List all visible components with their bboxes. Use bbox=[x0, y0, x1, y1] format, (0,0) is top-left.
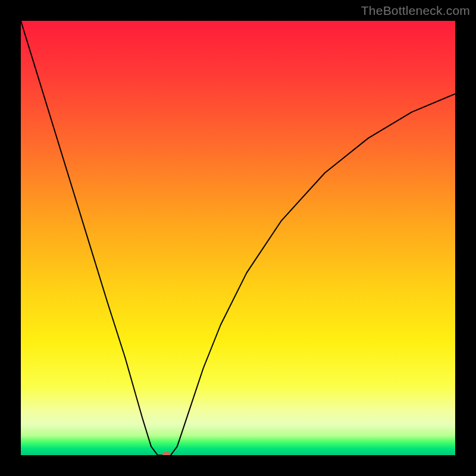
plot-area bbox=[21, 21, 455, 455]
bottleneck-curve bbox=[21, 21, 455, 455]
curve-path bbox=[21, 21, 455, 455]
chart-container: TheBottleneck.com bbox=[0, 0, 476, 476]
marker-dot bbox=[162, 452, 171, 455]
watermark-text: TheBottleneck.com bbox=[361, 4, 470, 18]
